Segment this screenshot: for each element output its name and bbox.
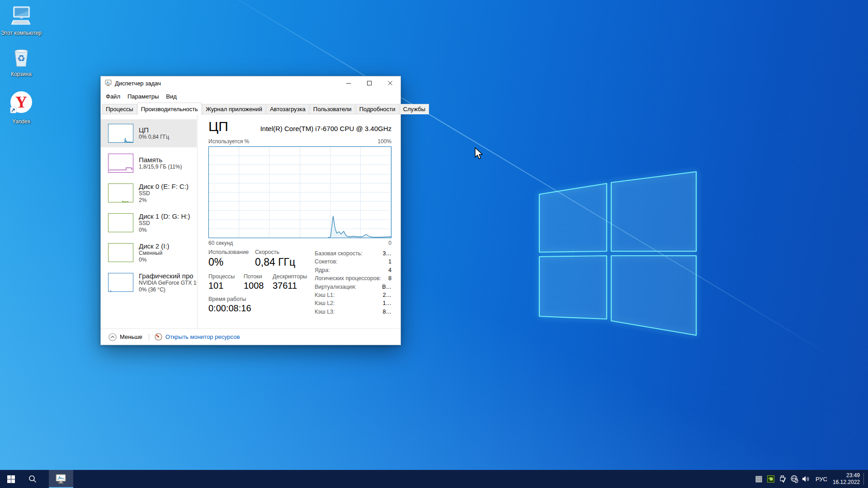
- taskbar: РУС 23:49 16.12.2022: [0, 470, 868, 488]
- tray-time: 23:49: [833, 472, 860, 479]
- processes-value: 101: [208, 281, 244, 291]
- tab-processes[interactable]: Процессы: [102, 104, 137, 114]
- fewer-details-button[interactable]: Меньше: [120, 333, 142, 340]
- tray-nvidia-icon[interactable]: [765, 475, 777, 483]
- tray-volume-icon[interactable]: [800, 475, 812, 483]
- taskbar-app-task-manager[interactable]: [49, 470, 73, 488]
- sidebar-item-line2: 0%: [139, 227, 190, 234]
- disk2-mini-graph: [108, 243, 133, 262]
- desktop-icon-label: Yandex: [0, 119, 42, 125]
- cpu-usage-graph[interactable]: [208, 146, 392, 238]
- sidebar-item-gpu[interactable]: Графический про NVIDIA GeForce GTX 106 0…: [101, 268, 197, 296]
- menu-file[interactable]: Файл: [102, 91, 124, 102]
- taskbar-search-button[interactable]: [22, 470, 43, 488]
- graph-y-max-label: 100%: [377, 138, 392, 145]
- cpu-model-name: Intel(R) Core(TM) i7-6700 CPU @ 3.40GHz: [260, 125, 392, 132]
- desktop-icon-recycle-bin[interactable]: ♻ Корзина: [0, 47, 42, 78]
- sidebar-item-memory[interactable]: Память 1,8/15,9 ГБ (11%): [101, 149, 197, 177]
- yandex-browser-icon: Y: [9, 90, 33, 116]
- fewer-details-icon[interactable]: [108, 333, 117, 341]
- recycle-bin-icon: ♻: [11, 47, 32, 68]
- cpu-spec-list: Базовая скорость:3… Сокетов:1 Ядра:4 Лог…: [315, 249, 392, 316]
- sidebar-item-line1: SSD: [139, 220, 190, 227]
- spec-value: 3…: [383, 249, 392, 258]
- speed-value: 0,84 ГГц: [255, 256, 295, 268]
- panel-title: ЦП: [208, 119, 228, 134]
- tab-startup[interactable]: Автозагрузка: [266, 104, 309, 114]
- tab-services[interactable]: Службы: [400, 104, 429, 114]
- sidebar-item-disk1[interactable]: Диск 1 (D: G: H:) SSD 0%: [101, 209, 197, 237]
- sidebar-item-disk2[interactable]: Диск 2 (I:) Сменный 0%: [101, 239, 197, 267]
- footer-divider: [149, 333, 149, 341]
- spec-label: Кэш L1:: [315, 291, 383, 299]
- sidebar-item-disk0[interactable]: Диск 0 (E: F: C:) SSD 2%: [101, 179, 197, 207]
- uptime-label: Время работы: [208, 296, 251, 302]
- window-footer: Меньше Открыть монитор ресурсов: [101, 328, 401, 345]
- window-titlebar[interactable]: Диспетчер задач: [101, 76, 401, 90]
- speed-label: Скорость: [255, 249, 295, 255]
- memory-mini-graph: [108, 154, 133, 173]
- graph-x-left-label: 60 секунд: [208, 240, 233, 246]
- sidebar-item-line2: 0% (36 °C): [139, 286, 197, 293]
- tray-language-indicator[interactable]: РУС: [812, 476, 831, 483]
- tab-users[interactable]: Пользователи: [310, 104, 355, 114]
- disk0-mini-graph: [108, 183, 133, 202]
- resource-monitor-icon: [155, 333, 162, 341]
- windows-start-icon: [7, 475, 15, 483]
- cpu-detail-panel: ЦП Intel(R) Core(TM) i7-6700 CPU @ 3.40G…: [208, 114, 392, 328]
- desktop-icon-this-pc[interactable]: Этот компьютер: [0, 5, 42, 37]
- windows-logo-wallpaper: [533, 166, 705, 343]
- tray-date: 16.12.2022: [833, 479, 860, 486]
- start-button[interactable]: [0, 470, 22, 488]
- sidebar-item-cpu[interactable]: ЦП 0% 0,84 ГГц: [101, 119, 197, 147]
- mouse-cursor: [475, 147, 485, 161]
- gpu-mini-graph: [108, 273, 133, 292]
- sidebar-item-line1: SSD: [139, 190, 189, 197]
- menu-view[interactable]: Вид: [162, 91, 180, 102]
- handles-value: 37611: [273, 281, 307, 291]
- spec-label: Виртуализация:: [315, 283, 382, 291]
- usage-value: 0%: [208, 256, 255, 268]
- sidebar-item-line2: 2%: [139, 197, 189, 204]
- this-pc-icon: [10, 5, 32, 27]
- sidebar-item-line1: 1,8/15,9 ГБ (11%): [139, 164, 182, 170]
- task-manager-app-icon: [105, 80, 112, 87]
- threads-label: Потоки: [244, 273, 273, 280]
- sidebar-item-title: Графический про: [139, 272, 197, 280]
- performance-tab-content: ЦП 0% 0,84 ГГц Память 1,8/15,9 ГБ (11%) …: [101, 114, 401, 328]
- maximize-button[interactable]: [359, 76, 380, 90]
- disk1-mini-graph: [108, 213, 133, 232]
- tray-app-grid-icon[interactable]: [753, 476, 765, 483]
- menu-options[interactable]: Параметры: [124, 91, 162, 102]
- spec-value: 4: [388, 266, 392, 274]
- sidebar-item-line1: Сменный: [139, 250, 170, 257]
- tab-app-history[interactable]: Журнал приложений: [202, 104, 266, 114]
- spec-value: 2…: [383, 291, 392, 299]
- tab-strip: Процессы Производительность Журнал прило…: [101, 103, 401, 114]
- spec-value: 1…: [383, 299, 392, 307]
- sidebar-item-line1: NVIDIA GeForce GTX 106: [139, 280, 197, 286]
- close-button[interactable]: [380, 76, 401, 90]
- tab-details[interactable]: Подробности: [356, 104, 399, 114]
- graph-x-right-label: 0: [388, 240, 392, 246]
- processes-label: Процессы: [208, 273, 244, 280]
- sidebar-item-title: Память: [139, 156, 182, 164]
- handles-label: Дескрипторы: [273, 273, 307, 280]
- tray-clock[interactable]: 23:49 16.12.2022: [831, 472, 863, 486]
- tray-usb-safely-remove-icon[interactable]: [777, 475, 788, 483]
- sidebar-item-title: ЦП: [139, 126, 169, 134]
- tray-network-no-internet-icon[interactable]: [788, 475, 800, 483]
- desktop-icon-yandex[interactable]: Y Yandex: [0, 90, 42, 125]
- cpu-stats-block: Использование 0% Скорость 0,84 ГГц Проце…: [208, 249, 313, 314]
- open-resource-monitor-link[interactable]: Открыть монитор ресурсов: [165, 333, 240, 340]
- svg-text:Y: Y: [15, 93, 27, 111]
- sidebar-item-line1: 0% 0,84 ГГц: [139, 134, 169, 141]
- spec-label: Кэш L2:: [315, 299, 383, 307]
- svg-text:♻: ♻: [17, 53, 25, 64]
- minimize-button[interactable]: [338, 76, 359, 90]
- sidebar-item-title: Диск 1 (D: G: H:): [139, 212, 190, 220]
- tab-performance[interactable]: Производительность: [137, 103, 202, 115]
- task-manager-taskbar-icon: [55, 473, 67, 485]
- system-tray: РУС 23:49 16.12.2022: [753, 470, 868, 488]
- spec-label: Ядра:: [315, 266, 388, 274]
